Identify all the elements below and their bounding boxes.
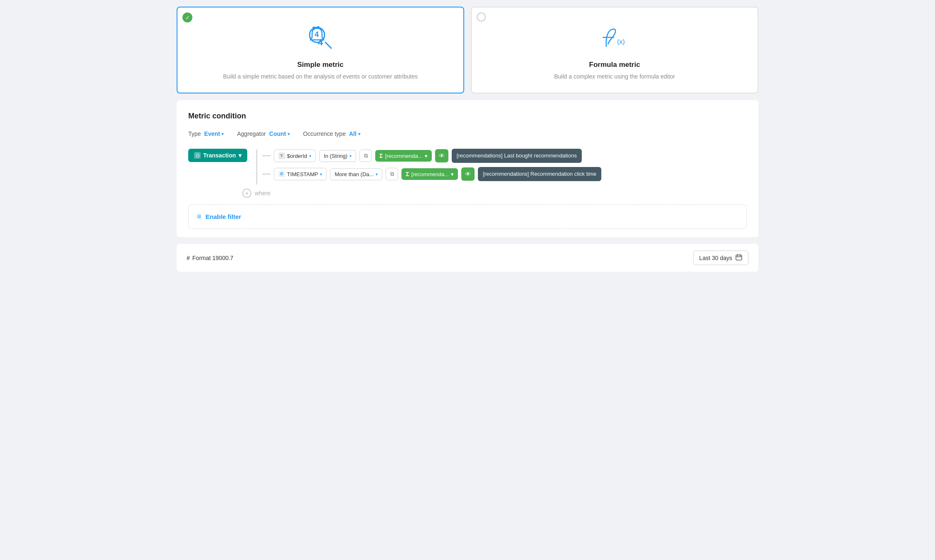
- config-row: Type Event ▾ Aggregator Count ▾ Occurren…: [188, 130, 747, 137]
- type-config: Type Event ▾: [188, 130, 224, 137]
- operator-1-dropdown[interactable]: In (String) ▾: [319, 150, 356, 162]
- svg-line-2: [325, 42, 331, 48]
- sigma-btn-2[interactable]: Σ [recommenda... ▾: [401, 168, 458, 180]
- add-where-icon: +: [242, 189, 251, 198]
- type-select[interactable]: Event ▾: [204, 130, 224, 137]
- formula-metric-desc: Build a complex metric using the formula…: [554, 72, 675, 81]
- occurrence-label: Occurrence type: [303, 130, 346, 137]
- copy-icon-2: ⧉: [390, 171, 394, 177]
- transaction-button[interactable]: ⬡ Transaction ▾: [188, 149, 247, 162]
- sigma-chevron-2: ▾: [451, 171, 454, 177]
- copy-btn-2[interactable]: ⧉: [386, 168, 398, 180]
- format-label: Format 19000.7: [192, 255, 234, 261]
- order-id-icon: T: [278, 152, 285, 159]
- bottom-bar: # Format 19000.7 Last 30 days: [177, 244, 758, 272]
- aggregator-chevron: ▾: [288, 132, 290, 136]
- where-label: where: [255, 190, 271, 196]
- enable-filter-panel[interactable]: ≡ Enable filter: [188, 204, 747, 229]
- simple-metric-icon: 4 4: [304, 21, 337, 54]
- radio-badge: [477, 12, 486, 22]
- calendar-icon: [736, 254, 742, 262]
- eye-icon-2: 👁: [465, 171, 471, 177]
- operator-2-dropdown[interactable]: More than (Da... ▾: [330, 168, 382, 180]
- aggregator-select[interactable]: Count ▾: [269, 130, 290, 137]
- metric-type-row: ✓ 4 4 Simple metric Build a simple metri…: [177, 7, 758, 93]
- eye-btn-2[interactable]: 👁: [461, 167, 475, 181]
- hash-icon: #: [187, 255, 190, 261]
- simple-metric-title: Simple metric: [297, 61, 344, 69]
- filter-builder: ⬡ Transaction ▾: [188, 149, 747, 229]
- enable-filter-label: Enable filter: [206, 213, 241, 220]
- where-row[interactable]: + where: [242, 189, 747, 198]
- aggregator-config: Aggregator Count ▾: [237, 130, 290, 137]
- date-range-label: Last 30 days: [699, 255, 732, 261]
- formula-metric-card[interactable]: (x) Formula metric Build a complex metri…: [471, 7, 758, 93]
- simple-metric-desc: Build a simple metric based on the analy…: [223, 72, 418, 81]
- dark-label-1: [recommendations] Last bought recommenda…: [452, 149, 582, 163]
- eye-btn-1[interactable]: 👁: [435, 149, 448, 162]
- main-container: ✓ 4 4 Simple metric Build a simple metri…: [177, 7, 758, 272]
- metric-condition-panel: Metric condition Type Event ▾ Aggregator…: [177, 100, 758, 237]
- svg-text:(x): (x): [617, 38, 625, 45]
- condition-row-1: T $orderId ▾ In (String) ▾ ⧉: [262, 149, 602, 163]
- occurrence-select[interactable]: All ▾: [349, 130, 360, 137]
- aggregator-label: Aggregator: [237, 130, 266, 137]
- transaction-chevron: ▾: [239, 152, 241, 159]
- eye-icon-1: 👁: [439, 152, 445, 159]
- svg-rect-5: [736, 255, 742, 260]
- sigma-btn-1[interactable]: Σ [recommenda... ▾: [375, 150, 432, 162]
- type-label: Type: [188, 130, 201, 137]
- sigma-icon-2: Σ: [406, 171, 409, 177]
- timestamp-dropdown[interactable]: ⏱ TIMESTAMP ▾: [274, 168, 327, 180]
- formula-metric-icon: (x): [598, 21, 631, 54]
- check-badge: ✓: [182, 12, 192, 22]
- copy-icon-1: ⧉: [364, 152, 368, 159]
- copy-btn-1[interactable]: ⧉: [359, 150, 372, 162]
- svg-text:4: 4: [318, 37, 323, 47]
- sigma-chevron-1: ▾: [425, 153, 428, 159]
- date-range-button[interactable]: Last 30 days: [693, 251, 748, 265]
- formula-metric-title: Formula metric: [589, 61, 640, 69]
- timestamp-icon: ⏱: [278, 171, 285, 177]
- simple-metric-card[interactable]: ✓ 4 4 Simple metric Build a simple metri…: [177, 7, 464, 93]
- occurrence-chevron: ▾: [358, 132, 360, 136]
- order-id-dropdown[interactable]: T $orderId ▾: [274, 150, 316, 162]
- filter-icon: ≡: [197, 212, 202, 221]
- format-display: # Format 19000.7: [187, 255, 234, 261]
- transaction-icon: ⬡: [194, 152, 201, 159]
- occurrence-config: Occurrence type All ▾: [303, 130, 360, 137]
- type-chevron: ▾: [221, 132, 224, 136]
- condition-row-2: ⏱ TIMESTAMP ▾ More than (Da... ▾ ⧉: [262, 167, 602, 181]
- panel-title: Metric condition: [188, 112, 747, 120]
- sigma-icon-1: Σ: [379, 152, 383, 159]
- dark-label-2: [recommendations] Recommendation click t…: [478, 167, 601, 181]
